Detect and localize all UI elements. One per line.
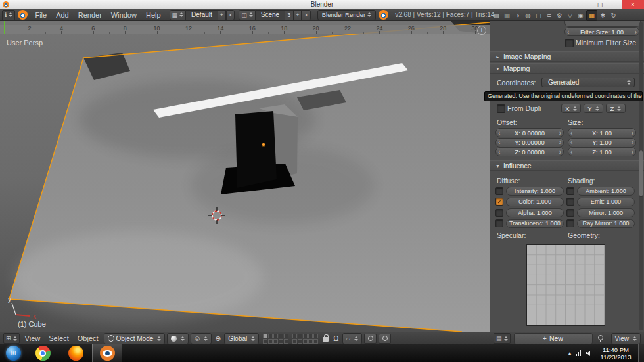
layout-name-field[interactable]: Default (186, 10, 218, 20)
layer-toggle[interactable] (313, 334, 318, 338)
editor-type-button[interactable]: ⊞ (3, 333, 20, 344)
menu-object[interactable]: Object (74, 332, 102, 345)
layer-toggle[interactable] (292, 334, 297, 338)
world-tab-icon[interactable]: ◍ (523, 11, 533, 20)
decrement-arrow-icon[interactable]: ‹ (568, 139, 574, 146)
particles-tab-icon[interactable]: ✱ (598, 11, 608, 20)
scrollbar-thumb[interactable] (639, 150, 643, 197)
decrement-arrow-icon[interactable]: ‹ (568, 129, 574, 137)
timeline-playhead[interactable] (4, 21, 5, 34)
delete-layout-button[interactable]: × (226, 10, 235, 20)
influence-slider[interactable]: Mirror: 1.000 (577, 208, 635, 217)
increment-arrow-icon[interactable]: › (557, 129, 563, 137)
layer-toggle[interactable] (263, 339, 267, 344)
layer-toggle[interactable] (303, 334, 308, 338)
influence-checkbox[interactable] (495, 209, 503, 217)
layer-toggle[interactable] (284, 334, 288, 338)
menu-view[interactable]: View (22, 332, 44, 345)
network-icon[interactable] (576, 350, 581, 356)
layer-toggle[interactable] (268, 334, 273, 338)
pivot-select[interactable]: ◎ (191, 333, 212, 344)
influence-slider[interactable]: Translucenc: 1.000 (506, 219, 564, 229)
3d-viewport[interactable]: x y 24681012141618202224262830 User Pers… (0, 21, 490, 332)
offset-z-field[interactable]: ‹Z: 0.00000› (495, 147, 564, 156)
minimize-button[interactable]: – (578, 0, 593, 9)
decrement-arrow-icon[interactable]: ‹ (496, 148, 502, 156)
layer-toggle[interactable] (268, 339, 273, 344)
offset-y-field[interactable]: ‹Y: 0.00000› (495, 138, 564, 147)
texture-tab-icon[interactable]: ▦ (586, 10, 597, 21)
axis-y-button[interactable]: Y (584, 104, 603, 113)
increment-arrow-icon[interactable]: › (633, 28, 639, 35)
size-y-field[interactable]: ‹Y: 1.00› (568, 138, 636, 147)
mapping-panel-header[interactable]: ▼Mapping (490, 63, 644, 74)
volume-icon[interactable] (586, 351, 591, 356)
opengl-render-anim-button[interactable] (379, 334, 391, 344)
influence-checkbox[interactable] (495, 219, 503, 227)
coordinates-dropdown[interactable]: Generated (541, 78, 635, 87)
pin-icon[interactable] (597, 335, 603, 342)
orientation-select[interactable]: Global (224, 333, 259, 344)
layer-toggle[interactable] (273, 334, 278, 338)
filter-size-field[interactable]: ‹Filter Size: 1.00› (564, 27, 639, 36)
decrement-arrow-icon[interactable]: ‹ (496, 139, 502, 146)
editor-type-button[interactable]: ▤ (494, 333, 511, 344)
influence-checkbox[interactable] (566, 209, 574, 217)
clipped-slider[interactable] (564, 21, 641, 27)
maximize-button[interactable]: ▢ (593, 0, 607, 9)
layer-toggle[interactable] (308, 339, 313, 344)
lock-icon[interactable] (323, 337, 329, 342)
add-layout-button[interactable]: + (218, 10, 226, 20)
influence-slider[interactable]: Ray Mirror: 1.000 (577, 219, 635, 229)
decrement-arrow-icon[interactable]: ‹ (568, 148, 574, 156)
chrome-taskbar-button[interactable] (26, 344, 59, 362)
opengl-render-still-button[interactable] (364, 334, 377, 344)
layer-toggle[interactable] (303, 339, 308, 344)
influence-slider[interactable]: Alpha: 1.000 (506, 208, 564, 217)
render-layers-tab-icon[interactable]: ▥ (502, 11, 512, 20)
add-scene-button[interactable]: + (293, 10, 302, 20)
increment-arrow-icon[interactable]: › (630, 139, 635, 146)
layer-toggle[interactable] (284, 339, 288, 344)
menu-window[interactable]: Window (106, 9, 141, 21)
render-engine-select[interactable]: Blender Render (317, 10, 377, 20)
layer-toggle[interactable] (308, 334, 313, 338)
snap-magnet-icon[interactable]: Ω (332, 334, 340, 342)
layer-toggle[interactable] (273, 339, 278, 344)
minimum-filter-checkbox[interactable] (565, 39, 574, 47)
close-button[interactable]: × (622, 0, 644, 9)
menu-select[interactable]: Select (45, 332, 72, 345)
axis-z-button[interactable]: Z (606, 104, 626, 113)
3d-scene[interactable]: x y (0, 21, 490, 332)
object-data-tab-icon[interactable]: ▽ (565, 11, 575, 20)
modifiers-tab-icon[interactable]: ⚙ (555, 11, 564, 20)
axis-x-button[interactable]: X (561, 104, 581, 113)
from-dupli-checkbox[interactable] (497, 104, 505, 113)
menu-render[interactable]: Render (74, 9, 106, 21)
menu-help[interactable]: Help (141, 9, 166, 21)
increment-arrow-icon[interactable]: › (557, 139, 563, 146)
layer-toggle[interactable] (279, 339, 283, 344)
influence-checkbox[interactable] (495, 187, 503, 195)
increment-arrow-icon[interactable]: › (630, 148, 635, 156)
size-x-field[interactable]: ‹X: 1.00› (568, 128, 636, 137)
increment-arrow-icon[interactable]: › (557, 148, 563, 156)
image-mapping-panel-header[interactable]: ►Image Mapping (490, 51, 644, 62)
manipulator-toggle[interactable]: ⊕ (214, 334, 222, 343)
new-texture-button[interactable]: +New (514, 333, 593, 344)
increment-arrow-icon[interactable]: › (630, 129, 635, 137)
blender-taskbar-button[interactable] (92, 344, 122, 362)
editor-type-button[interactable]: ℹ (2, 10, 15, 20)
taskbar-clock[interactable]: 11:40 PM 11/23/2013 (596, 346, 635, 361)
scene-tab-icon[interactable]: ◑ (513, 11, 522, 20)
influence-checkbox[interactable] (566, 187, 574, 195)
layer-toggle[interactable] (298, 339, 302, 344)
show-desktop-button[interactable] (638, 344, 644, 362)
object-tab-icon[interactable]: ▢ (534, 11, 543, 20)
layer-toggle[interactable] (298, 334, 302, 338)
influence-slider[interactable]: Ambient: 1.000 (577, 187, 635, 196)
firefox-taskbar-button[interactable] (59, 344, 92, 362)
shading-select[interactable] (167, 333, 189, 344)
browse-layouts-button[interactable]: ▦ (170, 10, 187, 20)
view-menu[interactable]: View (611, 333, 641, 344)
